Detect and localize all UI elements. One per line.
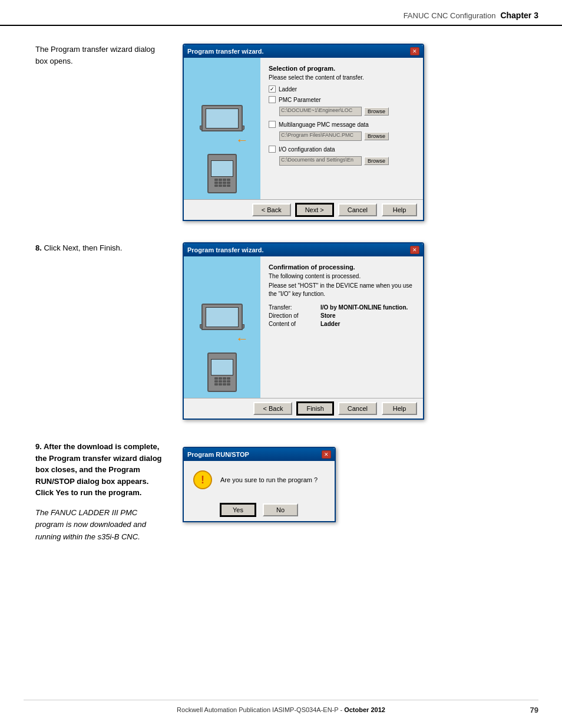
laptop-screen [206, 108, 239, 129]
dialog1-footer: < Back Next > Cancel Help [184, 199, 423, 220]
checkbox-ladder-label: Ladder [279, 86, 297, 93]
pmc-path-input[interactable]: C:\DOCUME~1\Engineer\LOC [279, 107, 362, 116]
key [219, 383, 222, 386]
run-stop-close-button[interactable]: ✕ [322, 450, 331, 459]
content-label: Content of [269, 321, 316, 327]
conf-transfer-row: Transfer: I/O by MONIT-ONLINE function. [269, 304, 415, 311]
section1-block: The Program transfer wizard dialog box o… [35, 44, 538, 221]
key [214, 380, 218, 383]
section1-paragraph: The Program transfer wizard dialog box o… [35, 44, 165, 67]
dialog2-left-panel: ← [184, 256, 260, 398]
checkbox-multi[interactable] [269, 121, 276, 128]
key [214, 377, 218, 380]
browse-pmc-button[interactable]: Browse [364, 107, 389, 116]
key [223, 182, 226, 184]
browse-multi-button[interactable]: Browse [364, 132, 389, 140]
yes-button[interactable]: Yes [220, 503, 256, 516]
device-icon-2 [207, 353, 237, 392]
section2-step: 8. Click Next, then Finish. [35, 242, 165, 254]
help-button-1[interactable]: Help [382, 203, 417, 216]
dialog1-body: ← [184, 58, 423, 199]
checkbox-io[interactable] [269, 146, 276, 153]
dialog2-close-button[interactable]: ✕ [410, 246, 419, 254]
key [227, 380, 230, 383]
transfer-label: Transfer: [269, 304, 316, 311]
cancel-button-2[interactable]: Cancel [338, 402, 377, 415]
key [223, 185, 226, 187]
checkbox-multi-label: Multilanguage PMC message data [279, 121, 369, 128]
dialog1-left-panel: ← [184, 58, 260, 199]
section2-dialog-area: Program transfer wizard. ✕ [183, 242, 538, 420]
section1-text: The Program transfer wizard dialog box o… [35, 44, 165, 67]
page-header: FANUC CNC Configuration Chapter 3 [0, 0, 562, 26]
dialog2-right-panel: Confirmation of processing. The followin… [260, 256, 423, 398]
section3-dialog-area: Program RUN/STOP ✕ ! Are you sure to run… [183, 441, 538, 522]
checkbox-io-row: I/O configuration data [269, 146, 415, 153]
conf-direction-row: Direction of Store [269, 312, 415, 319]
device-keys-1 [214, 179, 230, 187]
transfer-value: I/O by MONIT-ONLINE function. [320, 304, 408, 311]
back-button-2[interactable]: < Back [253, 402, 292, 415]
key [227, 185, 230, 187]
section2-text: 8. Click Next, then Finish. [35, 242, 165, 254]
computer-illustration-2: ← [190, 298, 254, 392]
key [227, 179, 230, 181]
io-path-input[interactable]: C:\Documents and Settings\En [279, 156, 362, 166]
key [223, 383, 226, 386]
no-button[interactable]: No [263, 503, 298, 516]
pmc-path-row: C:\DOCUME~1\Engineer\LOC Browse [279, 107, 415, 116]
key [227, 182, 230, 184]
next-button-1[interactable]: Next > [296, 203, 333, 216]
back-button-1[interactable]: < Back [252, 203, 291, 216]
dialog2-titlebar: Program transfer wizard. ✕ [184, 243, 423, 256]
dialog1-title: Program transfer wizard. [187, 48, 264, 55]
section3-text: 9. After the download is complete, the P… [35, 441, 165, 543]
key [223, 179, 226, 181]
dialog2-footer: < Back Finish Cancel Help [184, 398, 423, 419]
section3-block: 9. After the download is complete, the P… [35, 441, 538, 543]
wizard-dialog-2: Program transfer wizard. ✕ [183, 242, 424, 420]
browse-io-button[interactable]: Browse [364, 157, 389, 165]
header-section-label: FANUC CNC Configuration [404, 11, 496, 20]
multi-path-input[interactable]: C:\Program Files\FANUC.PMC [279, 131, 362, 141]
section3-step-body: After the download is complete, the Prog… [35, 442, 162, 497]
conf-title: Confirmation of processing. [269, 263, 415, 271]
section3-step-number: 9. [35, 442, 44, 451]
key [214, 179, 218, 181]
dialog1-close-button[interactable]: ✕ [410, 47, 419, 55]
finish-button[interactable]: Finish [297, 402, 333, 415]
run-stop-title: Program RUN/STOP [187, 451, 249, 458]
header-chapter: Chapter 3 [500, 11, 538, 20]
key [219, 182, 222, 184]
page-footer: Rockwell Automation Publication IASIMP-Q… [24, 700, 538, 713]
section2-step-text: Click Next, then Finish. [44, 243, 122, 252]
wizard-dialog-1: Program transfer wizard. ✕ [183, 44, 424, 221]
io-path-row: C:\Documents and Settings\En Browse [279, 156, 415, 166]
cancel-button-1[interactable]: Cancel [338, 203, 377, 216]
checkbox-ladder[interactable] [269, 85, 276, 93]
page-content: The Program transfer wizard dialog box o… [0, 26, 562, 582]
laptop-icon [201, 105, 243, 131]
device-keys-2 [214, 377, 230, 386]
footer-publication: Rockwell Automation Publication IASIMP-Q… [177, 706, 385, 713]
device-icon-1 [207, 154, 237, 193]
section3-step-text: 9. After the download is complete, the P… [35, 441, 165, 499]
section2-block: 8. Click Next, then Finish. Program tran… [35, 242, 538, 420]
section2-step-number: 8. [35, 243, 44, 252]
key [219, 185, 222, 187]
section1-dialog-area: Program transfer wizard. ✕ [183, 44, 538, 221]
run-question-text: Are you sure to run the program ? [220, 476, 318, 483]
laptop-screen-2 [206, 307, 239, 327]
dialog1-titlebar: Program transfer wizard. ✕ [184, 45, 423, 58]
key [227, 383, 230, 386]
checkbox-pmc[interactable] [269, 96, 276, 103]
computer-illustration-1: ← [190, 99, 254, 193]
direction-value: Store [320, 312, 336, 319]
checkbox-ladder-row: Ladder [269, 85, 415, 93]
key [219, 377, 222, 380]
checkbox-multi-row: Multilanguage PMC message data [269, 121, 415, 128]
dialog1-right-panel: Selection of program. Please select the … [260, 58, 423, 199]
help-button-2[interactable]: Help [382, 402, 417, 415]
laptop-icon-2 [201, 304, 243, 330]
key [223, 380, 226, 383]
